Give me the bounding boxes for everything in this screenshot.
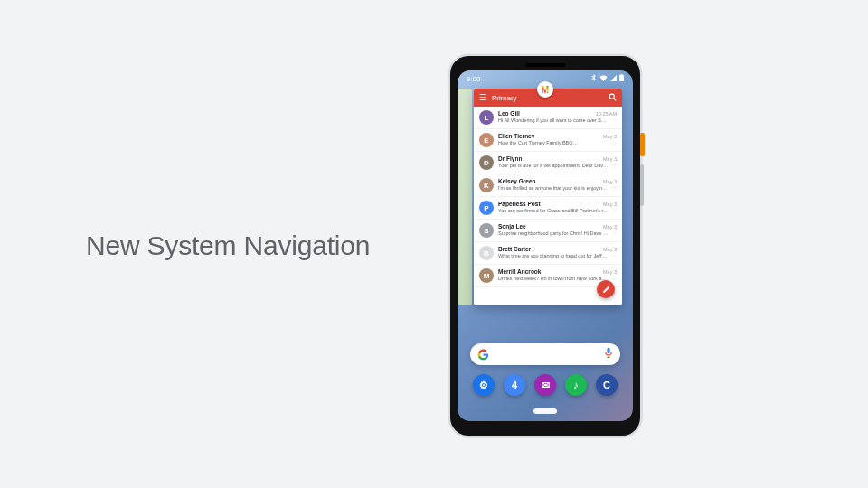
avatar: K	[479, 178, 494, 192]
star-icon[interactable]: ☆	[612, 275, 617, 281]
star-icon[interactable]: ☆	[612, 207, 617, 213]
avatar: S	[479, 223, 494, 238]
email-row[interactable]: EEllen TierneyMay 3How the Curt Tierney …	[474, 129, 622, 152]
google-g-icon	[477, 349, 489, 361]
email-row[interactable]: SSonja LeeMay 3Surprise neighborhood par…	[474, 220, 622, 242]
star-icon[interactable]: ☆	[612, 117, 617, 123]
dock-calendar[interactable]: 4	[504, 374, 525, 396]
phone-frame: 9:00 M ☰ Primary LLeo Gill10:25 AMHi All…	[448, 54, 642, 437]
status-time: 9:00	[467, 75, 481, 83]
email-snippet: I'm as thrilled as anyone that your kid …	[498, 185, 608, 191]
email-sender: Leo Gill	[498, 110, 520, 117]
recents-card-behind	[458, 89, 472, 305]
status-icons	[590, 74, 624, 83]
avatar: P	[479, 201, 494, 215]
email-row[interactable]: PPaperless PostMay 3You are confirmed fo…	[474, 197, 622, 220]
gmail-m-icon: M	[542, 85, 549, 95]
page-title: New System Navigation	[86, 230, 370, 261]
email-sender: Merrill Ancrook	[498, 268, 541, 275]
recents-gmail-card[interactable]: ☰ Primary LLeo Gill10:25 AMHi All Wonder…	[474, 89, 622, 305]
email-row[interactable]: BBrett CarterMay 3What time are you plan…	[474, 242, 622, 265]
dock-canva[interactable]: C	[596, 374, 618, 396]
email-sender: Ellen Tierney	[498, 133, 534, 139]
star-icon[interactable]: ☆	[612, 230, 617, 236]
bluetooth-icon	[590, 74, 597, 83]
avatar: E	[479, 133, 494, 147]
email-snippet: What time are you planning to head out f…	[498, 253, 608, 258]
email-snippet: How the Curt Tierney Family BBQ…	[498, 140, 578, 145]
google-search-bar[interactable]	[470, 343, 620, 365]
search-icon[interactable]	[609, 93, 617, 103]
dock-settings[interactable]: ⚙	[473, 374, 495, 396]
avatar: L	[479, 110, 494, 125]
star-icon[interactable]: ☆	[612, 139, 617, 145]
svg-rect-4	[607, 348, 609, 354]
svg-rect-1	[621, 74, 623, 75]
svg-point-2	[609, 94, 614, 99]
avatar: D	[479, 155, 494, 170]
wifi-icon	[599, 75, 608, 83]
email-sender: Kelsey Green	[498, 178, 536, 184]
email-snippet: Surprise neighborhood party for Chris! H…	[498, 230, 609, 236]
battery-icon	[619, 74, 624, 83]
compose-fab[interactable]	[597, 280, 615, 298]
email-sender: Brett Carter	[498, 246, 531, 252]
avatar: M	[479, 268, 494, 283]
power-button	[640, 133, 645, 156]
email-snippet: Drinks next week? I'm in town from New Y…	[498, 276, 609, 281]
email-sender: Paperless Post	[498, 201, 541, 207]
menu-icon[interactable]: ☰	[479, 94, 486, 102]
email-snippet: You are confirmed for Grace and Bill Par…	[498, 208, 609, 213]
email-row[interactable]: KKelsey GreenMay 3I'm as thrilled as any…	[474, 174, 622, 197]
cell-icon	[610, 75, 617, 83]
svg-rect-0	[619, 75, 624, 81]
app-dock: ⚙4✉♪C	[458, 374, 633, 396]
email-snippet: Your pet is due for a vet appointment. D…	[498, 163, 609, 168]
email-sender: Sonja Lee	[498, 223, 526, 230]
svg-line-3	[614, 99, 616, 100]
dock-messages[interactable]: ✉	[534, 374, 556, 396]
phone-screen: 9:00 M ☰ Primary LLeo Gill10:25 AMHi All…	[458, 70, 633, 421]
mic-icon[interactable]	[604, 346, 613, 362]
email-list[interactable]: LLeo Gill10:25 AMHi All Wondering if you…	[474, 107, 622, 305]
email-row[interactable]: DDr FlynnMay 3Your pet is due for a vet …	[474, 152, 622, 174]
email-snippet: Hi All Wondering if you all want to come…	[498, 117, 606, 123]
home-handle[interactable]	[533, 408, 557, 414]
phone-speaker	[525, 63, 565, 67]
email-sender: Dr Flynn	[498, 155, 522, 162]
star-icon[interactable]: ☆	[612, 184, 617, 191]
pencil-icon	[602, 286, 610, 294]
email-row[interactable]: LLeo Gill10:25 AMHi All Wondering if you…	[474, 107, 622, 129]
volume-button	[640, 164, 644, 206]
star-icon[interactable]: ☆	[612, 252, 617, 258]
star-icon[interactable]: ☆	[612, 162, 617, 168]
gmail-app-icon[interactable]: M	[537, 81, 553, 98]
dock-spotify[interactable]: ♪	[565, 374, 587, 396]
avatar: B	[479, 246, 494, 260]
